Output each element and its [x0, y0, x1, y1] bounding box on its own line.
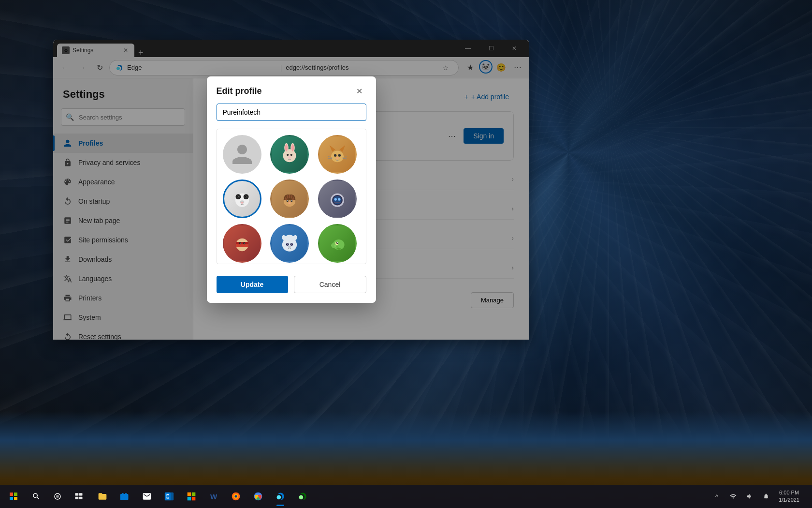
avatar-rabbit[interactable]	[270, 135, 309, 174]
avatar-default[interactable]	[223, 135, 261, 174]
svg-point-36	[288, 202, 290, 204]
update-button[interactable]: Update	[217, 276, 288, 293]
svg-point-69	[337, 242, 338, 243]
tray-clock[interactable]: 6:00 PM 1/1/2021	[775, 485, 803, 508]
svg-point-4	[291, 144, 294, 151]
svg-point-101	[235, 495, 237, 498]
svg-point-44	[333, 196, 341, 204]
svg-rect-98	[192, 497, 196, 501]
svg-rect-87	[75, 493, 79, 495]
svg-point-12	[338, 154, 340, 156]
svg-point-7	[288, 156, 291, 158]
svg-point-86	[56, 495, 59, 498]
svg-point-46	[338, 198, 340, 200]
dialog-title: Edit profile	[217, 86, 262, 96]
system-tray: ^ 6:00 PM 1/1/2021	[709, 485, 810, 508]
dialog-input-container	[217, 104, 366, 121]
avatar-trex[interactable]	[318, 224, 357, 263]
taskbar-edge[interactable]	[270, 486, 291, 507]
taskbar-apps: W	[90, 486, 708, 507]
svg-point-6	[290, 154, 292, 156]
taskbar-store[interactable]	[114, 486, 135, 507]
svg-point-25	[238, 196, 238, 196]
svg-point-34	[288, 200, 289, 201]
svg-rect-50	[236, 242, 248, 244]
tray-volume[interactable]	[742, 489, 757, 504]
svg-point-53	[240, 243, 241, 244]
svg-rect-97	[188, 497, 191, 501]
taskbar-search-button[interactable]	[26, 485, 46, 508]
avatar-grid-scroll[interactable]	[217, 129, 366, 264]
svg-point-45	[334, 198, 336, 200]
edit-profile-dialog: Edit profile ✕	[207, 76, 376, 303]
svg-point-3	[285, 144, 288, 151]
avatar-yeti[interactable]	[270, 224, 309, 263]
svg-point-54	[244, 243, 245, 244]
svg-marker-8	[330, 145, 335, 152]
taskbar-outlook[interactable]	[159, 486, 180, 507]
tray-chevron[interactable]: ^	[709, 489, 725, 504]
svg-point-60	[287, 244, 288, 245]
svg-rect-81	[10, 493, 13, 496]
cancel-button[interactable]: Cancel	[294, 276, 366, 293]
svg-point-5	[287, 154, 289, 156]
dialog-overlay: Edit profile ✕	[53, 40, 529, 340]
svg-marker-9	[339, 145, 345, 152]
taskbar-firefox[interactable]	[225, 486, 246, 507]
svg-rect-82	[14, 493, 17, 496]
svg-point-35	[291, 200, 292, 201]
taskbar: W	[0, 485, 812, 508]
svg-point-70	[334, 245, 336, 247]
svg-rect-89	[75, 497, 79, 499]
svg-point-93	[167, 495, 170, 498]
avatar-cat[interactable]	[318, 135, 357, 174]
avatar-robot[interactable]	[318, 179, 357, 218]
svg-rect-94	[170, 493, 174, 501]
svg-point-24	[245, 196, 246, 197]
avatar-panda[interactable]	[223, 179, 261, 218]
svg-rect-88	[79, 493, 83, 495]
svg-point-55	[238, 247, 246, 252]
taskbar-mail[interactable]	[136, 486, 158, 507]
dialog-close-button[interactable]: ✕	[353, 84, 366, 98]
tray-network[interactable]	[725, 489, 741, 504]
profile-name-input[interactable]	[217, 104, 366, 121]
svg-rect-96	[192, 493, 196, 496]
taskbar-photos[interactable]	[181, 486, 202, 507]
svg-point-62	[288, 246, 291, 248]
svg-point-61	[291, 244, 292, 245]
taskbar-word[interactable]: W	[203, 486, 224, 507]
tray-date-value: 1/1/2021	[779, 496, 799, 504]
svg-point-30	[241, 202, 243, 203]
svg-rect-95	[188, 493, 191, 496]
taskbar-file-explorer[interactable]	[92, 486, 113, 507]
avatar-hedgehog[interactable]	[270, 179, 309, 218]
svg-rect-83	[10, 497, 13, 500]
cortana-button[interactable]	[47, 485, 68, 508]
svg-point-39	[289, 194, 290, 198]
tray-notification[interactable]	[758, 489, 774, 504]
taskbar-edge-dev[interactable]	[292, 486, 313, 507]
start-button[interactable]	[2, 485, 25, 508]
avatar-grid	[223, 135, 360, 264]
taskbar-chrome[interactable]	[247, 486, 269, 507]
tray-time-value: 6:00 PM	[779, 489, 799, 496]
svg-point-13	[336, 157, 338, 159]
browser-window: ⚙ Settings ✕ + — ☐ ✕ ← → ↻ Edge |	[53, 40, 529, 340]
svg-rect-84	[14, 497, 17, 500]
dialog-header: Edit profile ✕	[207, 76, 376, 104]
dialog-buttons: Update Cancel	[207, 272, 376, 303]
svg-point-11	[334, 154, 336, 156]
avatar-ninja[interactable]	[223, 224, 261, 263]
avatar-grid-container	[217, 129, 366, 264]
svg-rect-90	[79, 497, 83, 499]
svg-point-26	[246, 196, 246, 196]
svg-point-23	[237, 196, 239, 197]
svg-rect-47	[334, 202, 340, 203]
task-view-button[interactable]	[69, 485, 89, 508]
